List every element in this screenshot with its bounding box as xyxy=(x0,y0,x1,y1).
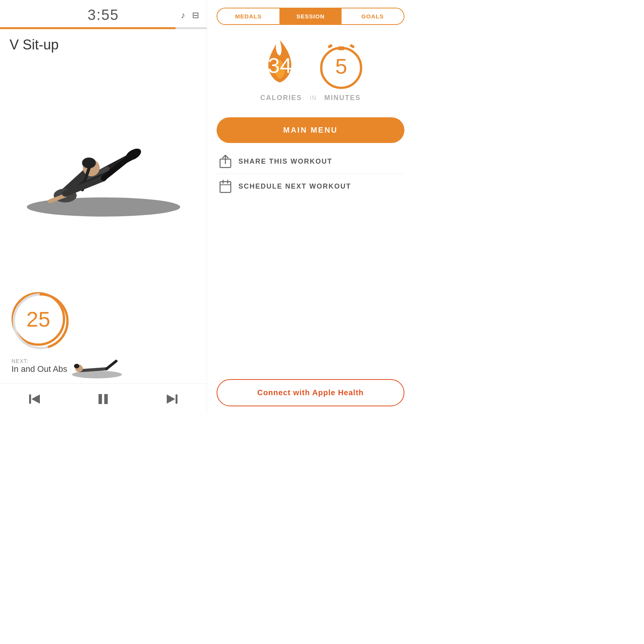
next-section: NEXT: In and Out Abs xyxy=(0,348,207,383)
svg-rect-30 xyxy=(220,182,231,192)
next-icon xyxy=(165,392,179,406)
svg-line-14 xyxy=(80,369,107,371)
prev-button[interactable] xyxy=(21,386,48,412)
main-menu-button[interactable]: MAIN MENU xyxy=(217,117,404,143)
next-label-area: NEXT: In and Out Abs xyxy=(12,358,67,374)
timer-arc xyxy=(12,292,70,350)
share-label: SHARE THIS WORKOUT xyxy=(238,158,332,166)
flame-container: 34 xyxy=(255,36,305,90)
stopwatch-container: 5 xyxy=(316,36,366,90)
stats-row: 34 5 xyxy=(217,36,404,90)
tab-session[interactable]: SESSION xyxy=(279,8,342,24)
next-exercise-illustration xyxy=(72,352,122,380)
left-panel: 3:55 ♪ ⊟ V Sit-up xyxy=(0,0,207,414)
bottom-controls xyxy=(0,383,207,414)
calendar-icon xyxy=(219,179,232,193)
in-label: IN xyxy=(310,95,317,102)
tab-medals[interactable]: MEDALS xyxy=(217,8,279,24)
prev-icon xyxy=(28,392,41,406)
next-label: NEXT: xyxy=(12,358,67,364)
top-bar: 3:55 ♪ ⊟ xyxy=(0,0,207,26)
schedule-workout-row[interactable]: SCHEDULE NEXT WORKOUT xyxy=(217,176,404,197)
svg-rect-23 xyxy=(176,394,177,404)
minutes-label: MINUTES xyxy=(324,94,361,102)
time-display: 3:55 xyxy=(88,7,119,23)
svg-rect-26 xyxy=(327,44,333,48)
exercise-illustration xyxy=(27,119,180,226)
next-exercise-name: In and Out Abs xyxy=(12,364,67,374)
exercise-image-area xyxy=(0,57,207,288)
timer-circle-area: 25 xyxy=(0,288,207,348)
svg-rect-19 xyxy=(29,394,31,404)
svg-line-15 xyxy=(107,361,116,369)
timer-circle: 25 xyxy=(12,292,65,346)
right-panel: MEDALS SESSION GOALS 34 xyxy=(207,0,414,414)
pause-button[interactable] xyxy=(90,386,117,412)
share-workout-row[interactable]: SHARE THIS WORKOUT xyxy=(217,151,404,172)
schedule-label: SCHEDULE NEXT WORKOUT xyxy=(238,182,351,191)
pause-icon xyxy=(96,392,110,406)
svg-point-7 xyxy=(82,158,96,168)
svg-rect-27 xyxy=(350,44,355,48)
music-icon[interactable]: ♪ xyxy=(181,10,185,20)
minutes-value: 5 xyxy=(335,54,347,79)
spacer xyxy=(217,197,404,371)
svg-point-17 xyxy=(74,364,79,368)
calories-block: 34 xyxy=(255,36,305,90)
tab-goals[interactable]: GOALS xyxy=(342,8,404,24)
sliders-icon[interactable]: ⊟ xyxy=(192,10,199,20)
stat-label-row: CALORIES IN MINUTES xyxy=(217,94,404,102)
svg-marker-18 xyxy=(31,394,40,404)
calories-value: 34 xyxy=(268,53,292,78)
apple-health-button[interactable]: Connect with Apple Health xyxy=(217,379,404,406)
share-icon xyxy=(219,154,232,168)
svg-rect-25 xyxy=(338,46,344,50)
svg-rect-21 xyxy=(104,394,108,404)
tab-bar: MEDALS SESSION GOALS xyxy=(217,8,404,25)
divider-1 xyxy=(217,174,404,174)
top-icons: ♪ ⊟ xyxy=(181,10,199,20)
next-button[interactable] xyxy=(159,386,186,412)
calories-label: CALORIES xyxy=(260,94,302,102)
exercise-title: V Sit-up xyxy=(0,29,207,57)
minutes-block: 5 xyxy=(316,36,366,90)
svg-marker-22 xyxy=(167,394,175,404)
svg-rect-20 xyxy=(99,394,102,404)
